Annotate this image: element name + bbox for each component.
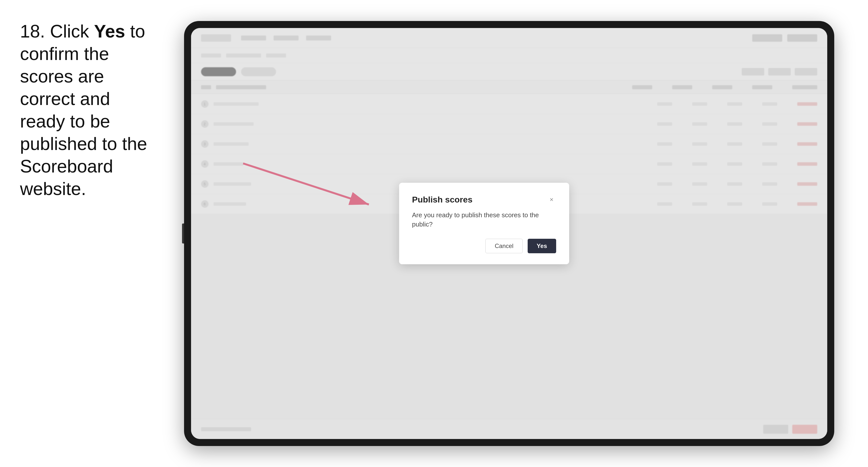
close-icon: × [550,196,553,204]
instruction-text-part1: Click [45,21,94,41]
modal-body-text: Are you ready to publish these scores to… [412,211,556,229]
tablet-side-button [182,223,184,244]
modal-footer: Cancel Yes [412,239,556,253]
tablet-device: 1 2 [184,21,834,446]
cancel-button[interactable]: Cancel [486,239,523,253]
modal-overlay: Publish scores × Are you ready to publis… [191,28,827,439]
instruction-bold-word: Yes [94,21,125,41]
instruction-text-part2: to confirm the scores are correct and re… [20,21,147,199]
publish-scores-dialog: Publish scores × Are you ready to publis… [399,183,569,264]
instruction-text: 18. Click Yes to confirm the scores are … [20,20,160,200]
page-wrapper: 18. Click Yes to confirm the scores are … [0,0,868,467]
modal-title: Publish scores [412,195,473,205]
step-number: 18. [20,21,45,41]
modal-header: Publish scores × [412,195,556,205]
instruction-panel: 18. Click Yes to confirm the scores are … [0,0,175,467]
modal-close-button[interactable]: × [547,195,556,204]
tablet-screen: 1 2 [191,28,827,439]
yes-button[interactable]: Yes [528,239,556,253]
tablet-area: 1 2 [175,0,868,467]
